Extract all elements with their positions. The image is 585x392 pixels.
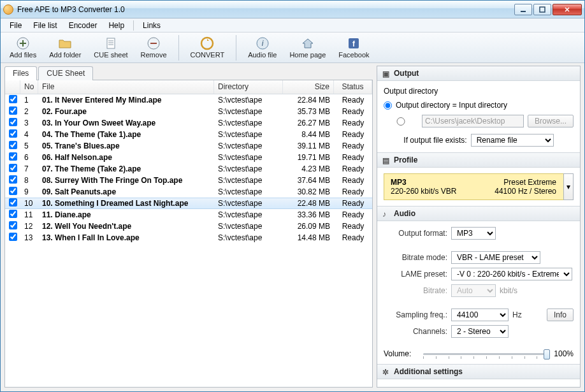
row-checkbox[interactable] — [9, 95, 17, 103]
minimize-button[interactable] — [514, 4, 532, 15]
lame-preset-select[interactable]: -V 0 : 220-260 kbit/s - Extreme — [451, 268, 572, 280]
bitrate-mode-select[interactable]: VBR - LAME preset — [451, 251, 540, 264]
output-path-input[interactable] — [422, 115, 524, 127]
close-button[interactable] — [552, 4, 582, 15]
cell-size: 14.48 MB — [283, 233, 334, 243]
table-row[interactable]: 202. Four.apeS:\vctest\ape35.73 MBReady — [5, 106, 372, 117]
row-checkbox[interactable] — [9, 221, 17, 229]
minus-icon — [147, 36, 161, 50]
table-row[interactable]: 707. The Theme (Take 2).apeS:\vctest\ape… — [5, 163, 372, 175]
table-row[interactable]: 909. Salt Peanuts.apeS:\vctest\ape30.82 … — [5, 186, 372, 198]
profile-header[interactable]: ▤Profile — [377, 152, 580, 168]
table-row[interactable]: 1313. When I Fall In Love.apeS:\vctest\a… — [5, 232, 372, 243]
cell-status: Ready — [334, 95, 372, 105]
profile-icon: ▤ — [382, 156, 390, 164]
cell-status: Ready — [334, 187, 372, 197]
audio-header[interactable]: ♪Audio — [377, 206, 580, 221]
cell-no: 8 — [20, 175, 38, 185]
cell-file: 05. Trane's Blues.ape — [38, 141, 214, 151]
row-checkbox[interactable] — [9, 118, 17, 126]
cell-file: 10. Something I Dreamed Last Night.ape — [38, 198, 214, 208]
row-checkbox[interactable] — [9, 233, 17, 241]
menubar: File File list Encoder Help Links — [1, 18, 584, 33]
tab-files[interactable]: Files — [4, 66, 37, 80]
cell-file: 06. Half Nelson.ape — [38, 152, 214, 163]
cell-status: Ready — [334, 221, 372, 231]
tab-cue-sheet[interactable]: CUE Sheet — [38, 66, 93, 80]
add-files-button[interactable]: Add files — [4, 34, 41, 61]
output-custom-dir-radio[interactable] — [384, 117, 418, 126]
cell-no: 7 — [20, 164, 38, 174]
table-row[interactable]: 606. Half Nelson.apeS:\vctest\ape19.71 M… — [5, 152, 372, 163]
row-checkbox[interactable] — [9, 106, 17, 115]
cell-size: 33.36 MB — [283, 210, 334, 220]
cell-directory: S:\vctest\ape — [214, 210, 283, 220]
table-row[interactable]: 1111. Diane.apeS:\vctest\ape33.36 MBRead… — [5, 209, 372, 221]
column-file[interactable]: File — [38, 80, 214, 94]
table-row[interactable]: 101. It Never Entered My Mind.apeS:\vcte… — [5, 94, 372, 106]
output-header[interactable]: ▣Output — [377, 66, 580, 81]
cell-status: Ready — [334, 210, 372, 220]
channels-select[interactable]: 2 - Stereo — [451, 325, 509, 338]
row-checkbox[interactable] — [9, 187, 17, 195]
column-size[interactable]: Size — [283, 80, 334, 94]
menu-links[interactable]: Links — [138, 20, 166, 31]
output-same-dir-radio[interactable] — [384, 101, 392, 110]
row-checkbox[interactable] — [9, 152, 17, 161]
convert-button[interactable]: CONVERT — [185, 34, 230, 61]
audio-file-button[interactable]: iAudio file — [243, 34, 282, 61]
maximize-button[interactable] — [533, 4, 551, 15]
table-row[interactable]: 303. In Your Own Sweet Way.apeS:\vctest\… — [5, 117, 372, 129]
cell-directory: S:\vctest\ape — [214, 198, 283, 208]
row-checkbox[interactable] — [9, 210, 17, 218]
remove-button[interactable]: Remove — [136, 34, 172, 61]
profile-box[interactable]: MP3 220-260 kbit/s VBR Preset Extreme 44… — [384, 173, 574, 200]
row-checkbox[interactable] — [9, 175, 17, 184]
row-checkbox[interactable] — [9, 164, 17, 172]
menu-encoder[interactable]: Encoder — [64, 20, 103, 31]
cell-directory: S:\vctest\ape — [214, 233, 283, 243]
cell-size: 30.82 MB — [283, 187, 334, 197]
cell-no: 10 — [20, 198, 38, 208]
chevron-down-icon[interactable]: ▾ — [563, 173, 574, 200]
browse-button[interactable]: Browse... — [528, 115, 574, 127]
output-format-select[interactable]: MP3 — [451, 227, 496, 240]
row-checkbox[interactable] — [9, 141, 17, 149]
bitrate-select[interactable]: Auto — [451, 284, 496, 297]
info-button[interactable]: Info — [547, 309, 574, 321]
cell-status: Ready — [334, 118, 372, 128]
table-row[interactable]: 1010. Something I Dreamed Last Night.ape… — [5, 198, 372, 209]
cell-directory: S:\vctest\ape — [214, 164, 283, 174]
column-directory[interactable]: Directory — [214, 80, 283, 94]
facebook-button[interactable]: fFacebook — [333, 34, 374, 61]
profile-name: MP3 — [391, 178, 456, 187]
profile-hz: 44100 Hz / Stereo — [495, 187, 556, 196]
cell-status: Ready — [334, 141, 372, 151]
column-status[interactable]: Status — [334, 80, 372, 94]
menu-file[interactable]: File — [4, 20, 27, 31]
row-checkbox[interactable] — [9, 198, 17, 207]
volume-slider[interactable] — [423, 353, 550, 355]
sampling-freq-select[interactable]: 44100 — [451, 309, 509, 321]
row-checkbox[interactable] — [9, 129, 17, 138]
cell-directory: S:\vctest\ape — [214, 118, 283, 128]
column-no[interactable]: No — [20, 80, 38, 94]
menu-help[interactable]: Help — [103, 20, 129, 31]
add-folder-button[interactable]: Add folder — [44, 34, 86, 61]
additional-header[interactable]: ✲Additional settings — [377, 364, 580, 379]
cell-file: 09. Salt Peanuts.ape — [38, 187, 214, 197]
cell-no: 2 — [20, 106, 38, 117]
cue-sheet-button[interactable]: CUE sheet — [89, 34, 133, 61]
table-row[interactable]: 1212. Well You Needn't.apeS:\vctest\ape2… — [5, 221, 372, 232]
toolbar: Add files Add folder CUE sheet Remove CO… — [1, 33, 584, 63]
collapse-icon: ▣ — [382, 69, 390, 77]
home-page-button[interactable]: Home page — [284, 34, 331, 61]
table-row[interactable]: 404. The Theme (Take 1).apeS:\vctest\ape… — [5, 129, 372, 140]
table-row[interactable]: 808. Surrey With The Fringe On Top.apeS:… — [5, 175, 372, 186]
table-row[interactable]: 505. Trane's Blues.apeS:\vctest\ape39.11… — [5, 140, 372, 152]
menu-filelist[interactable]: File list — [28, 20, 62, 31]
exists-select[interactable]: Rename file — [471, 134, 554, 147]
toolbar-separator — [236, 35, 236, 61]
cell-size: 4.23 MB — [283, 164, 334, 174]
svg-rect-1 — [540, 7, 545, 12]
